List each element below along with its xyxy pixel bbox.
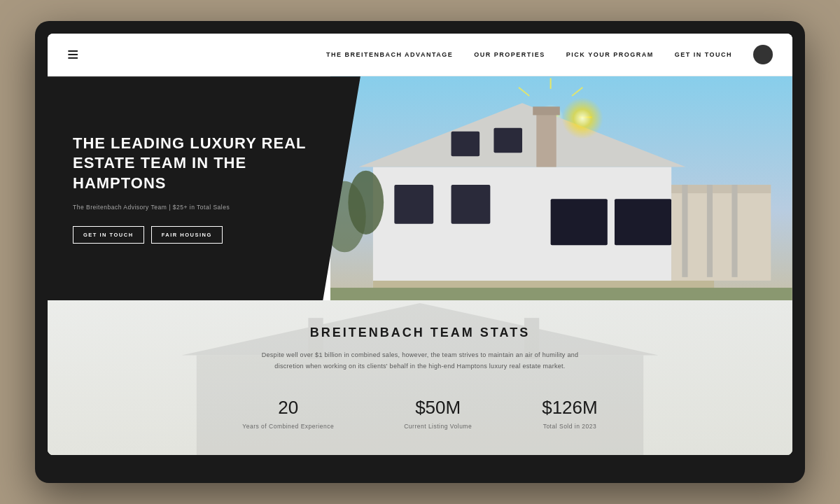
nav-link-contact[interactable]: GET IN TOUCH <box>675 51 732 58</box>
logo[interactable]: ≡ <box>67 43 77 66</box>
sun-burst <box>561 97 603 139</box>
stat-number-experience: 20 <box>242 397 334 419</box>
screen: ≡ THE BREITENBACH ADVANTAGE OUR PROPERTI… <box>48 34 792 455</box>
svg-rect-24 <box>330 288 792 300</box>
fair-housing-button[interactable]: FAIR HOUSING <box>151 226 223 244</box>
nav-menu-button[interactable] <box>753 45 773 64</box>
stats-title: BREITENBACH TEAM STATS <box>90 326 750 340</box>
hero-section: THE LEADING LUXURY REAL ESTATE TEAM IN T… <box>48 76 792 300</box>
hero-buttons: GET IN TOUCH FAIR HOUSING <box>73 226 335 244</box>
svg-rect-17 <box>494 128 523 153</box>
hero-title: THE LEADING LUXURY REAL ESTATE TEAM IN T… <box>73 134 335 194</box>
stat-item-listing: $50M Current Listing Volume <box>404 397 472 430</box>
svg-rect-13 <box>451 185 491 224</box>
svg-rect-21 <box>707 185 713 277</box>
svg-rect-10 <box>537 111 556 167</box>
laptop-frame: ≡ THE BREITENBACH ADVANTAGE OUR PROPERTI… <box>35 21 805 483</box>
svg-rect-16 <box>451 132 480 157</box>
house-svg <box>330 76 792 300</box>
nav-link-properties[interactable]: OUR PROPERTIES <box>474 51 545 58</box>
stats-numbers: 20 Years of Combined Experience $50M Cur… <box>90 397 750 430</box>
nav-link-advantage[interactable]: THE BREITENBACH ADVANTAGE <box>326 51 453 58</box>
svg-rect-11 <box>533 106 561 115</box>
nav-link-program[interactable]: PICK YOUR PROGRAM <box>566 51 654 58</box>
stat-item-experience: 20 Years of Combined Experience <box>242 397 334 430</box>
svg-rect-20 <box>682 185 688 277</box>
stats-content: BREITENBACH TEAM STATS Despite well over… <box>48 300 792 455</box>
house-background <box>330 76 792 300</box>
stat-label-listing: Current Listing Volume <box>404 423 472 430</box>
svg-rect-14 <box>551 199 608 245</box>
get-in-touch-button[interactable]: GET IN TOUCH <box>73 226 144 244</box>
svg-rect-12 <box>395 185 434 224</box>
svg-rect-15 <box>615 199 671 245</box>
stats-section: BREITENBACH TEAM STATS Despite well over… <box>48 300 792 455</box>
stat-number-sold: $126M <box>542 397 598 419</box>
hero-image <box>330 76 792 300</box>
hero-subtitle: The Breitenbach Advisory Team | $25+ in … <box>73 204 335 211</box>
stat-item-sold: $126M Total Sold in 2023 <box>542 397 598 430</box>
svg-point-26 <box>349 171 384 234</box>
stat-label-sold: Total Sold in 2023 <box>542 423 598 430</box>
nav-links: THE BREITENBACH ADVANTAGE OUR PROPERTIES… <box>326 45 773 64</box>
svg-rect-22 <box>732 185 738 277</box>
stat-label-experience: Years of Combined Experience <box>242 423 334 430</box>
stats-description: Despite well over $1 billion in combined… <box>252 350 588 372</box>
stat-number-listing: $50M <box>404 397 472 419</box>
hero-left-panel: THE LEADING LUXURY REAL ESTATE TEAM IN T… <box>48 76 360 300</box>
navbar: ≡ THE BREITENBACH ADVANTAGE OUR PROPERTI… <box>48 34 792 76</box>
